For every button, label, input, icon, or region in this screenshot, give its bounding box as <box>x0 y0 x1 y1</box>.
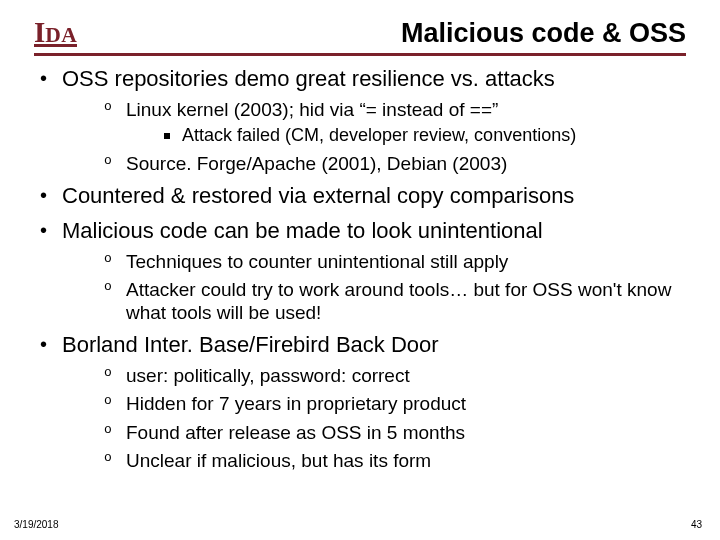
bullet-text: user: politically, password: correct <box>126 365 410 386</box>
footer-date: 3/19/2018 <box>14 519 59 530</box>
bullet-text: Techniques to counter unintentional stil… <box>126 251 508 272</box>
logo: IDA <box>34 21 77 47</box>
footer-page-number: 43 <box>691 519 702 530</box>
bullet-text: Found after release as OSS in 5 months <box>126 422 465 443</box>
bullet-text: Malicious code can be made to look unint… <box>62 218 543 243</box>
bullet-text: Countered & restored via external copy c… <box>62 183 574 208</box>
bullet-text: Unclear if malicious, but has its form <box>126 450 431 471</box>
bullet-credentials: user: politically, password: correct <box>96 364 686 387</box>
bullet-unintentional: Malicious code can be made to look unint… <box>34 218 686 324</box>
bullet-text: Source. Forge/Apache (2001), Debian (200… <box>126 153 507 174</box>
slide-header: IDA Malicious code & OSS <box>34 20 686 56</box>
bullet-text: OSS repositories demo great resilience v… <box>62 66 555 91</box>
bullet-techniques: Techniques to counter unintentional stil… <box>96 250 686 273</box>
bullet-sourceforge: Source. Forge/Apache (2001), Debian (200… <box>96 152 686 175</box>
bullet-text: Linux kernel (2003); hid via “= instead … <box>126 99 498 120</box>
bullet-text: Attack failed (CM, developer review, con… <box>182 125 576 145</box>
bullet-oss-resilience: OSS repositories demo great resilience v… <box>34 66 686 175</box>
slide-title: Malicious code & OSS <box>401 20 686 47</box>
slide-content: OSS repositories demo great resilience v… <box>34 66 686 472</box>
slide: IDA Malicious code & OSS OSS repositorie… <box>0 0 720 540</box>
bullet-linux-kernel: Linux kernel (2003); hid via “= instead … <box>96 98 686 147</box>
bullet-unclear: Unclear if malicious, but has its form <box>96 449 686 472</box>
bullet-text: Borland Inter. Base/Firebird Back Door <box>62 332 439 357</box>
bullet-hidden: Hidden for 7 years in proprietary produc… <box>96 392 686 415</box>
bullet-borland: Borland Inter. Base/Firebird Back Door u… <box>34 332 686 472</box>
bullet-text: Attacker could try to work around tools…… <box>126 279 671 323</box>
bullet-found-oss: Found after release as OSS in 5 months <box>96 421 686 444</box>
bullet-attack-failed: Attack failed (CM, developer review, con… <box>156 125 686 147</box>
bullet-workaround-tools: Attacker could try to work around tools…… <box>96 278 686 324</box>
bullet-countered: Countered & restored via external copy c… <box>34 183 686 210</box>
bullet-text: Hidden for 7 years in proprietary produc… <box>126 393 466 414</box>
